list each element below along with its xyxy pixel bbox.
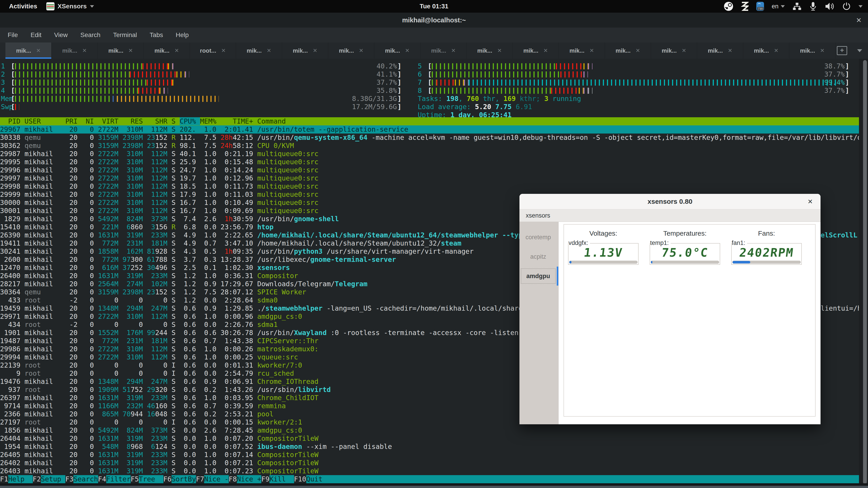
- tab-close-icon[interactable]: ✕: [405, 47, 410, 54]
- process-row-26403[interactable]: 26403 mikhail 20 0 1631M 319M 233M S 0.0…: [0, 467, 859, 475]
- tab-close-icon[interactable]: ✕: [221, 47, 226, 54]
- tab-close-icon[interactable]: ✕: [820, 47, 825, 54]
- fnlabel-quit[interactable]: Quit: [306, 475, 322, 483]
- close-icon[interactable]: ✕: [856, 16, 862, 24]
- tab-close-icon[interactable]: ✕: [774, 47, 778, 54]
- menu-edit[interactable]: Edit: [31, 31, 41, 39]
- process-row-26404[interactable]: 26404 mikhail 20 0 1631M 319M 233M S 0.0…: [0, 434, 859, 443]
- process-row-30338[interactable]: 30338 qemu 20 0 3159M 2398M 23152 R 112.…: [0, 133, 859, 142]
- fnlabel-nice +[interactable]: Nice +: [237, 475, 261, 483]
- fnlabel-help[interactable]: Help: [8, 475, 33, 483]
- terminal-tab-15[interactable]: mik...✕: [651, 42, 697, 59]
- power-icon[interactable]: [842, 1, 851, 11]
- fnkey-f1[interactable]: F1: [0, 475, 8, 483]
- fnlabel-setup[interactable]: Setup: [41, 475, 65, 483]
- terminal-tab-11[interactable]: mik...✕: [467, 42, 513, 59]
- xsensors-tab-coretemp[interactable]: coretemp: [521, 230, 555, 245]
- fnlabel-filter[interactable]: Filter: [106, 475, 131, 483]
- tab-close-icon[interactable]: ✕: [590, 47, 594, 54]
- menu-view[interactable]: View: [54, 31, 68, 39]
- terminal-tab-2[interactable]: mik...✕: [52, 42, 98, 59]
- menu-file[interactable]: File: [8, 31, 18, 39]
- process-row-26402[interactable]: 26402 mikhail 20 0 1631M 319M 233M S 0.0…: [0, 459, 859, 467]
- fnkey-f10[interactable]: F10: [294, 475, 306, 483]
- fnlabel-tree[interactable]: Tree: [139, 475, 163, 483]
- process-row-1856[interactable]: 1856 mikhail 20 0 5492M 824M 373M S 0.0 …: [0, 426, 859, 434]
- process-row-29996[interactable]: 29996 mikhail 20 0 2722M 310M 112M S 24.…: [0, 166, 859, 174]
- volume-icon[interactable]: [825, 1, 835, 11]
- process-row-29967[interactable]: 29967 mikhail 20 0 2722M 310M 112M S 202…: [0, 125, 859, 133]
- menu-tabs[interactable]: Tabs: [150, 31, 163, 39]
- terminal-tab-13[interactable]: mik...✕: [559, 42, 605, 59]
- tab-close-icon[interactable]: ✕: [451, 47, 456, 54]
- menu-help[interactable]: Help: [176, 31, 189, 39]
- fnkey-f2[interactable]: F2: [33, 475, 41, 483]
- tab-close-icon[interactable]: ✕: [175, 47, 179, 54]
- terminal-tab-1[interactable]: mik...✕: [5, 42, 52, 59]
- terminal-tab-12[interactable]: mik...✕: [513, 42, 559, 59]
- telegram-tray-icon[interactable]: 730: [756, 1, 764, 11]
- process-row-1954[interactable]: 1954 mikhail 20 0 548M 8968 6124 S 0.0 0…: [0, 443, 859, 451]
- fnkey-f3[interactable]: F3: [65, 475, 73, 483]
- activities-button[interactable]: Activities: [9, 3, 37, 10]
- fnkey-f7[interactable]: F7: [196, 475, 204, 483]
- tab-close-icon[interactable]: ✕: [36, 47, 41, 54]
- fnlabel-sortby[interactable]: SortBy: [172, 475, 196, 483]
- menu-search[interactable]: Search: [81, 31, 101, 39]
- tab-close-icon[interactable]: ✕: [313, 47, 317, 54]
- tab-close-icon[interactable]: ✕: [497, 47, 502, 54]
- terminal-tab-14[interactable]: mik...✕: [605, 42, 651, 59]
- fnkey-f5[interactable]: F5: [131, 475, 139, 483]
- keyboard-layout-button[interactable]: en: [772, 3, 785, 10]
- fnkey-f6[interactable]: F6: [163, 475, 172, 483]
- fnlabel-nice -[interactable]: Nice -: [204, 475, 228, 483]
- chevron-down-icon[interactable]: [859, 5, 863, 8]
- xsensors-titlebar[interactable]: xsensors 0.80 ✕: [520, 194, 820, 209]
- terminal-tab-18[interactable]: mik...✕: [789, 42, 835, 59]
- process-row-29998[interactable]: 29998 mikhail 20 0 2722M 310M 112M S 18.…: [0, 182, 859, 191]
- new-tab-icon[interactable]: [837, 46, 847, 55]
- tab-close-icon[interactable]: ✕: [544, 47, 548, 54]
- clock[interactable]: Tue 01:31: [420, 3, 448, 10]
- process-row-29987[interactable]: 29987 mikhail 20 0 2722M 310M 112M S 40.…: [0, 150, 859, 158]
- fnkey-f8[interactable]: F8: [229, 475, 237, 483]
- terminal-tab-5[interactable]: root...✕: [190, 42, 236, 59]
- tab-close-icon[interactable]: ✕: [728, 47, 733, 54]
- fnlabel-kill[interactable]: Kill: [270, 475, 294, 483]
- fnkey-f9[interactable]: F9: [261, 475, 270, 483]
- tab-close-icon[interactable]: ✕: [267, 47, 271, 54]
- terminal-scrollbar-thumb[interactable]: [863, 60, 867, 484]
- xsensors-tab-amdgpu[interactable]: amdgpu: [521, 269, 555, 283]
- tab-list-chevron-icon[interactable]: [857, 49, 862, 52]
- process-table-header[interactable]: PID USER PRI NI VIRT RES SHR S CPU% MEM%…: [0, 117, 859, 125]
- menu-terminal[interactable]: Terminal: [113, 31, 137, 39]
- terminal-tab-16[interactable]: mik...✕: [697, 42, 743, 59]
- xsensors-menu-label[interactable]: xsensors: [520, 212, 550, 219]
- tab-close-icon[interactable]: ✕: [128, 47, 133, 54]
- tab-close-icon[interactable]: ✕: [82, 47, 87, 54]
- close-icon[interactable]: ✕: [808, 198, 813, 205]
- network-icon[interactable]: [793, 1, 802, 11]
- terminal-tab-10[interactable]: mik...✕: [421, 42, 467, 59]
- microphone-icon[interactable]: [809, 1, 817, 11]
- tab-close-icon[interactable]: ✕: [682, 47, 686, 54]
- tab-close-icon[interactable]: ✕: [359, 47, 364, 54]
- terminal-tab-7[interactable]: mik...✕: [282, 42, 328, 59]
- fnkey-f4[interactable]: F4: [98, 475, 106, 483]
- process-row-29995[interactable]: 29995 mikhail 20 0 2722M 310M 112M S 25.…: [0, 158, 859, 166]
- terminal-tab-6[interactable]: mik...✕: [236, 42, 282, 59]
- process-row-29997[interactable]: 29997 mikhail 20 0 2722M 310M 112M S 19.…: [0, 174, 859, 182]
- terminal-tab-17[interactable]: mik...✕: [743, 42, 789, 59]
- terminal-tab-8[interactable]: mik...✕: [328, 42, 374, 59]
- terminal-tab-3[interactable]: mik...✕: [98, 42, 144, 59]
- tab-close-icon[interactable]: ✕: [636, 47, 640, 54]
- steam-tray-icon[interactable]: [724, 1, 733, 11]
- xsensors-tab-acpitz[interactable]: acpitz: [521, 250, 555, 264]
- zigzag-tray-icon[interactable]: [741, 1, 749, 11]
- terminal-tab-4[interactable]: mik...✕: [144, 42, 190, 59]
- app-menu-button[interactable]: XSensors: [46, 2, 94, 10]
- fnlabel-search[interactable]: Search: [73, 475, 98, 483]
- process-row-30362[interactable]: 30362 qemu 20 0 3159M 2398M 23152 R 98.1…: [0, 142, 859, 150]
- process-row-26405[interactable]: 26405 mikhail 20 0 1631M 319M 233M S 0.0…: [0, 451, 859, 459]
- terminal-tab-9[interactable]: mik...✕: [374, 42, 421, 59]
